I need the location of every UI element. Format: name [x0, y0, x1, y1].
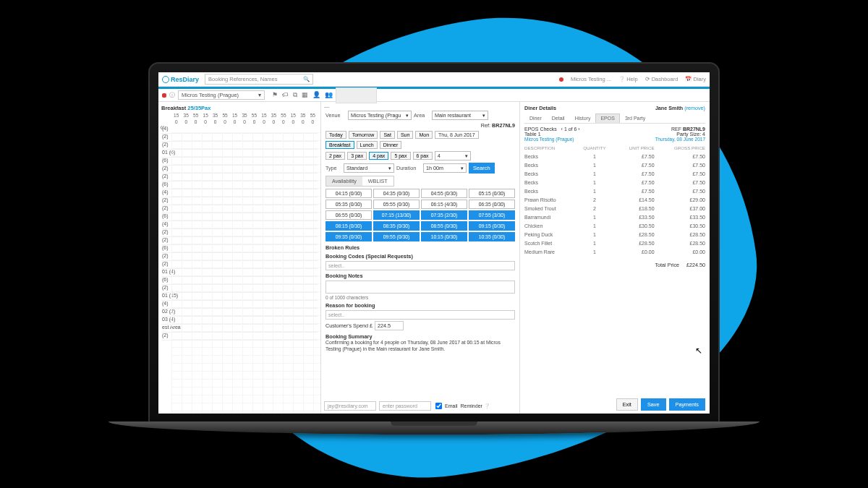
time-slot[interactable]: 06:35 (0/30) — [469, 200, 515, 209]
day-button[interactable]: Today — [326, 131, 346, 139]
table-row[interactable]: 03 (4) — [161, 317, 318, 325]
time-slot[interactable]: 08:15 (0/30) — [326, 221, 372, 231]
time-slot[interactable]: 04:55 (0/30) — [421, 189, 467, 198]
table-row[interactable]: 01 (4) — [161, 269, 318, 277]
email-input[interactable]: jay@resdiary.com — [324, 401, 376, 411]
diary-link[interactable]: 📅 Diary — [685, 76, 706, 82]
reason-select[interactable]: select.. — [326, 310, 515, 320]
calendar-icon[interactable]: ▦ — [302, 91, 308, 99]
table-row[interactable]: (4) — [161, 126, 318, 134]
table-row[interactable]: (2) — [161, 237, 318, 245]
time-slot[interactable]: 05:35 (0/30) — [326, 200, 372, 209]
table-row[interactable]: (2) — [161, 174, 318, 181]
day-button[interactable]: Sun — [397, 131, 413, 139]
table-row[interactable]: 01 (15) — [161, 293, 318, 301]
venue-select[interactable]: Micros Testing (Prague)▾ — [178, 90, 265, 100]
table-row[interactable]: (2) — [161, 197, 318, 205]
diner-tab[interactable]: 3rd Party — [620, 114, 650, 123]
time-slot[interactable]: 08:55 (0/30) — [421, 221, 467, 231]
exit-button[interactable]: Exit — [616, 398, 638, 411]
time-slot[interactable]: 04:15 (0/30) — [326, 189, 372, 198]
user-icon[interactable]: 👤 — [312, 91, 320, 99]
time-slot[interactable]: 06:55 (0/30) — [326, 210, 372, 220]
diner-tab[interactable]: History — [570, 114, 596, 123]
remove-link[interactable]: (remove) — [684, 105, 705, 111]
search-input[interactable]: Booking References, Names 🔍 — [205, 74, 313, 85]
users-icon[interactable]: 👥 — [325, 91, 333, 99]
time-slot[interactable]: 07:15 (13/30) — [373, 210, 420, 220]
time-slot[interactable]: 08:35 (0/30) — [373, 221, 420, 231]
table-row[interactable]: (6) — [161, 181, 318, 189]
duration-select[interactable]: 1h 00m▾ — [423, 163, 467, 173]
table-row[interactable]: (2) — [161, 253, 318, 261]
table-row[interactable]: (2) — [161, 261, 318, 269]
meal-button[interactable]: Lunch — [357, 141, 378, 149]
venue-field[interactable]: Micros Testing (Pragu▾ — [348, 111, 412, 120]
diner-tab[interactable]: Diner — [524, 114, 547, 123]
flag-icon[interactable]: ⚑ — [272, 91, 278, 99]
table-row[interactable]: (2) — [161, 142, 318, 150]
time-slot[interactable]: 09:55 (0/30) — [373, 232, 420, 241]
table-row[interactable]: (4) — [161, 301, 318, 309]
time-slot[interactable]: 05:15 (0/30) — [469, 189, 515, 198]
pax-button[interactable]: 5 pax — [391, 152, 410, 160]
time-slot[interactable]: 07:35 (2/30) — [421, 210, 467, 220]
prev-icon[interactable]: ‹ — [561, 127, 563, 132]
codes-select[interactable]: select.. — [326, 261, 515, 270]
area-field[interactable]: Main restaurant▾ — [432, 111, 488, 120]
save-button[interactable]: Save — [641, 398, 666, 411]
password-input[interactable]: enter password — [379, 401, 431, 411]
table-row[interactable]: (4) — [161, 221, 318, 229]
pax-select[interactable]: 4▾ — [435, 151, 471, 160]
table-row[interactable]: 02 (2) — [161, 309, 318, 317]
table-row[interactable]: (6) — [161, 277, 318, 285]
time-slot[interactable]: 05:55 (0/30) — [373, 200, 420, 209]
dashboard-link[interactable]: ⟳ Dashboard — [645, 76, 678, 82]
search-button[interactable]: Search — [469, 163, 495, 174]
email-checkbox[interactable]: Email — [434, 401, 458, 411]
diner-tab[interactable]: EPOS — [595, 114, 619, 123]
table-row[interactable]: (2) — [161, 333, 318, 341]
time-slot[interactable]: 10:35 (0/30) — [469, 232, 515, 241]
reminder-checkbox[interactable]: Reminder ❔ — [461, 403, 490, 409]
table-row[interactable]: (6) — [161, 158, 318, 166]
table-row[interactable]: (6) — [161, 213, 318, 221]
table-row[interactable]: est Area — [161, 325, 318, 333]
notes-input[interactable] — [326, 281, 515, 294]
time-slot[interactable]: 06:15 (4/30) — [421, 200, 467, 209]
table-row[interactable]: (2) — [161, 134, 318, 142]
day-button[interactable]: Sat — [380, 131, 395, 139]
pax-button[interactable]: 6 pax — [413, 152, 433, 160]
tag-icon[interactable]: 🏷 — [282, 91, 289, 99]
date-field[interactable]: Thu, 8 Jun 2017 — [435, 131, 479, 139]
pax-button[interactable]: 3 pax — [347, 152, 367, 160]
table-row[interactable]: (4) — [161, 189, 318, 197]
meal-button[interactable]: Breakfast — [326, 141, 354, 149]
diner-tab[interactable]: Detail — [547, 114, 570, 123]
center-tab[interactable]: WBLIST — [362, 176, 393, 186]
spend-input[interactable]: 224.5 — [375, 321, 404, 330]
meal-button[interactable]: Dinner — [380, 141, 402, 149]
type-select[interactable]: Standard▾ — [344, 163, 394, 173]
copy-icon[interactable]: ⧉ — [293, 91, 297, 99]
time-slot[interactable]: 10:15 (0/30) — [421, 232, 467, 241]
time-slot[interactable]: 09:35 (0/30) — [326, 232, 372, 241]
table-row[interactable]: (2) — [161, 205, 318, 213]
minimize-icon[interactable]: — — [324, 103, 329, 110]
table-row[interactable]: (2) — [161, 285, 318, 293]
day-button[interactable]: Mon — [415, 131, 433, 139]
table-row[interactable]: (2) — [161, 229, 318, 237]
help-link[interactable]: ❔ Help — [618, 76, 638, 82]
table-row[interactable]: (6) — [161, 245, 318, 253]
day-button[interactable]: Tomorrow — [349, 131, 378, 139]
time-slot[interactable]: 07:55 (3/30) — [469, 210, 515, 220]
time-slot[interactable]: 09:15 (0/30) — [469, 221, 515, 231]
time-slot[interactable]: 04:35 (0/30) — [373, 189, 420, 198]
pax-button[interactable]: 4 pax — [369, 152, 388, 160]
center-tab[interactable]: Availability — [326, 176, 362, 186]
next-icon[interactable]: › — [578, 127, 579, 132]
table-row[interactable]: 01 (6) — [161, 150, 318, 158]
table-row[interactable]: (2) — [161, 166, 318, 174]
scroll-left-icon[interactable]: « — [160, 122, 165, 132]
pax-button[interactable]: 2 pax — [326, 152, 345, 160]
